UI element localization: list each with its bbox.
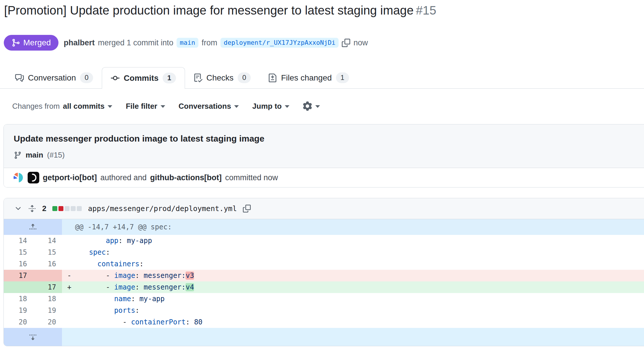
code-token [81,295,114,303]
diffstat-deleted-square [58,206,63,211]
old-line-number[interactable]: 14 [4,235,33,247]
chevron-down-icon [14,205,22,212]
changes-from-dropdown[interactable]: Changes from all commits [12,102,112,111]
diff-settings-dropdown[interactable] [303,101,320,111]
diffstat-added-square [52,206,57,211]
code-token: : [118,237,122,245]
code-token: : [139,260,143,268]
tab-label: Files changed [281,73,332,83]
old-line-number[interactable]: 16 [4,258,33,270]
new-line-number[interactable]: 14 [33,235,62,247]
tab-count: 1 [163,73,176,83]
diff-toolbar: Changes from all commits File filter Con… [12,101,644,111]
jump-to-dropdown[interactable]: Jump to [252,102,289,111]
code-token: - [81,283,114,291]
committer-bot-name[interactable]: github-actions[bot] [150,173,222,182]
tab-count: 0 [238,72,251,83]
diff-code-line: name: my-app [62,293,644,305]
code-token: : [135,283,139,291]
code-token: app [106,237,118,245]
old-line-number[interactable]: 17 [4,270,33,281]
diff-code-line: - - image: messenger:v3 [62,270,644,281]
tab-checks[interactable]: Checks 0 [185,67,260,88]
code-token: my-app [135,295,165,303]
tab-count: 0 [80,72,93,83]
diff-marker: - [67,270,81,281]
file-filter-dropdown[interactable]: File filter [126,102,165,111]
new-line-number[interactable]: 16 [33,258,62,270]
diff-marker [67,293,81,305]
diff-code-line: app: my-app [62,235,644,247]
diff-marker [67,258,81,270]
old-line-number[interactable]: 15 [4,247,33,258]
expand-down-icon [29,333,37,341]
code-token: ports [114,306,135,315]
commit-pr-ref[interactable]: (#15) [47,151,65,160]
expand-up-icon [29,223,37,231]
author-bot-avatar[interactable] [13,172,24,183]
chevron-down-icon [108,105,112,108]
chevron-down-icon [234,105,239,108]
expand-all-button[interactable] [28,205,36,212]
conversations-label: Conversations [179,102,231,111]
file-changes-count: 2 [42,204,46,213]
new-line-number[interactable] [33,270,62,281]
code-token [81,248,89,256]
diff-code-line: ports: [62,305,644,316]
new-line-number[interactable]: 17 [33,281,62,293]
expand-row-fill [62,328,644,346]
new-line-number[interactable]: 18 [33,293,62,305]
collapse-file-button[interactable] [14,205,22,212]
code-token [81,237,106,245]
expand-up-button[interactable] [4,219,62,235]
changes-from-label: Changes from [12,102,60,111]
pr-meta-row: Merged phalbert merged 1 commit into mai… [4,35,644,51]
conversations-dropdown[interactable]: Conversations [179,102,239,111]
commit-branch-name[interactable]: main [26,151,43,160]
diff-table: @@ -14,7 +14,7 @@ spec:1414 app: my-app1… [4,219,644,346]
head-branch-label[interactable]: deployment/r_UX17JYzpAxxoNjDi [220,38,339,48]
author-bot-name[interactable]: getport-io[bot] [43,173,97,182]
copy-icon [342,39,350,47]
merge-author-login[interactable]: phalbert [64,38,95,47]
expand-down-row [4,328,644,346]
diff-line-context: 2020 - containerPort: 80 [4,316,644,328]
code-token: : [135,272,139,280]
git-branch-icon [14,151,22,159]
comment-discussion-icon [15,74,24,82]
chevron-down-icon [285,105,289,108]
new-line-number[interactable]: 15 [33,247,62,258]
tab-conversation[interactable]: Conversation 0 [6,67,102,88]
diff-marker [67,305,81,316]
code-token: messenger: [139,272,186,280]
tab-label: Checks [207,73,234,83]
checklist-icon [194,74,202,82]
diff-line-context: 1515 spec: [4,247,644,258]
copy-branch-button[interactable] [342,39,350,47]
new-line-number[interactable]: 19 [33,305,62,316]
diff-marker [67,316,81,328]
new-line-number[interactable]: 20 [33,316,62,328]
base-branch-label[interactable]: main [177,38,198,48]
diff-code-line: + - image: messenger:v4 [62,281,644,293]
merge-action-text: merged 1 commit into [98,38,173,47]
diffstat [52,206,82,211]
old-line-number[interactable]: 20 [4,316,33,328]
diff-file-header: 2 apps/messenger/prod/deployment.yml [4,198,644,219]
tab-commits[interactable]: Commits 1 [102,67,185,89]
old-line-number[interactable]: 19 [4,305,33,316]
tab-files-changed[interactable]: Files changed 1 [259,67,358,88]
code-token: : [131,295,135,303]
commit-message[interactable]: Update messenger production image to lat… [14,134,644,144]
old-line-number[interactable] [4,281,33,293]
code-token: v3 [186,272,194,280]
file-path[interactable]: apps/messenger/prod/deployment.yml [88,204,237,213]
commit-card-header: Update messenger production image to lat… [4,124,644,168]
copy-file-path-button[interactable] [243,205,251,212]
expand-down-button[interactable] [4,328,62,346]
diffstat-neutral-square [71,206,76,211]
diff-line-context: 1919 ports: [4,305,644,316]
committer-bot-avatar[interactable] [28,172,39,183]
old-line-number[interactable]: 18 [4,293,33,305]
code-token: v4 [186,283,194,291]
